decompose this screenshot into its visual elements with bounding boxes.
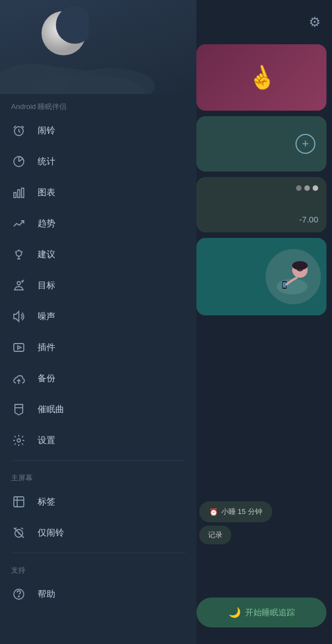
goals-label: 目标 — [38, 280, 55, 292]
snooze-button[interactable]: ⏰ 小睡 15 分钟 — [199, 501, 272, 522]
dot-3 — [313, 185, 318, 191]
nav-item-alarm-only[interactable]: 仅闹铃 — [0, 517, 196, 548]
stats-card[interactable]: -7.00 — [196, 177, 326, 232]
charts-label: 图表 — [38, 187, 55, 199]
svg-rect-15 — [22, 188, 24, 198]
goals-icon — [11, 278, 27, 293]
svg-point-32 — [18, 596, 19, 597]
section-support-label: 支持 — [0, 558, 196, 579]
nav-item-lullaby[interactable]: 催眠曲 — [0, 394, 196, 425]
nav-item-advice[interactable]: 建议 — [0, 239, 196, 270]
nav-item-charts[interactable]: 图表 — [0, 177, 196, 208]
nav-item-alarm[interactable]: 闹铃 — [0, 115, 196, 146]
gear-icon[interactable]: ⚙ — [309, 14, 321, 30]
drawer-header — [0, 0, 196, 94]
backup-label: 备份 — [38, 373, 55, 385]
sleep-person-card[interactable] — [196, 238, 326, 315]
svg-rect-19 — [14, 344, 24, 351]
nav-item-noise[interactable]: 噪声 — [0, 301, 196, 332]
plugins-label: 插件 — [38, 342, 55, 354]
help-label: 帮助 — [38, 589, 55, 600]
divider-2 — [11, 553, 185, 553]
svg-rect-24 — [14, 497, 24, 507]
alarm-label: 闹铃 — [38, 125, 55, 137]
record-label: 记录 — [208, 531, 222, 539]
svg-point-17 — [17, 282, 20, 285]
negative-value: -7.00 — [299, 215, 318, 224]
alarm-only-label: 仅闹铃 — [38, 527, 64, 539]
advice-label: 建议 — [38, 249, 55, 261]
backup-icon — [11, 371, 27, 386]
help-icon — [11, 586, 27, 602]
cloud-graphic — [0, 55, 166, 94]
tags-label: 标签 — [38, 496, 55, 508]
snooze-icon: ⏰ — [209, 508, 218, 516]
lullaby-icon — [11, 402, 27, 417]
nav-item-backup[interactable]: 备份 — [0, 363, 196, 394]
svg-marker-20 — [18, 346, 21, 349]
navigation-drawer: Android 睡眠伴侣 闹铃 统计 — [0, 0, 196, 644]
trends-label: 趋势 — [38, 218, 55, 230]
alarm-icon — [11, 123, 27, 138]
cards-area: ☝ + -7.00 — [196, 44, 326, 315]
nav-item-plugins[interactable]: 插件 — [0, 332, 196, 363]
divider-1 — [11, 460, 185, 461]
nav-item-trends[interactable]: 趋势 — [0, 208, 196, 239]
sleep-track-label: 开始睡眠追踪 — [245, 607, 295, 618]
settings-icon — [11, 433, 27, 448]
svg-rect-14 — [18, 190, 20, 198]
moon-icon: 🌙 — [229, 606, 241, 619]
svg-rect-13 — [14, 193, 16, 198]
tags-icon — [11, 494, 27, 510]
stats-icon — [11, 154, 27, 169]
section-homescreen-label: 主屏幕 — [0, 465, 196, 486]
noise-icon — [11, 309, 27, 324]
trends-icon — [11, 216, 27, 231]
touch-card[interactable]: ☝ — [196, 44, 326, 111]
sleep-track-button[interactable]: 🌙 开始睡眠追踪 — [196, 598, 326, 627]
section-android-label: Android 睡眠伴侣 — [0, 94, 196, 115]
svg-line-29 — [21, 528, 23, 529]
svg-point-1 — [292, 261, 308, 270]
dot-1 — [296, 185, 302, 191]
alarm-only-icon — [11, 525, 27, 541]
add-alarm-card[interactable]: + — [196, 116, 326, 172]
svg-marker-21 — [15, 404, 23, 415]
moon-graphic — [33, 6, 89, 61]
dot-2 — [304, 185, 310, 191]
add-icon[interactable]: + — [295, 134, 315, 154]
nav-item-help[interactable]: 帮助 — [0, 579, 196, 610]
dots-row — [296, 185, 318, 191]
nav-item-goals[interactable]: 目标 — [0, 270, 196, 301]
nav-item-settings[interactable]: 设置 — [0, 425, 196, 456]
person-illustration — [266, 249, 321, 304]
stats-label: 统计 — [38, 156, 55, 168]
lullaby-label: 催眠曲 — [38, 404, 64, 416]
nav-item-tags[interactable]: 标签 — [0, 486, 196, 517]
nav-item-stats[interactable]: 统计 — [0, 146, 196, 177]
hand-icon: ☝ — [244, 60, 279, 94]
record-button[interactable]: 记录 — [199, 526, 231, 544]
snooze-label: 小睡 15 分钟 — [221, 507, 262, 517]
svg-point-23 — [17, 439, 20, 442]
noise-label: 噪声 — [38, 311, 55, 323]
svg-point-16 — [16, 251, 22, 256]
advice-icon — [11, 247, 27, 262]
person-svg — [271, 255, 315, 299]
charts-icon — [11, 185, 27, 200]
plugins-icon — [11, 340, 27, 355]
svg-rect-4 — [283, 282, 286, 288]
settings-label: 设置 — [38, 435, 55, 446]
